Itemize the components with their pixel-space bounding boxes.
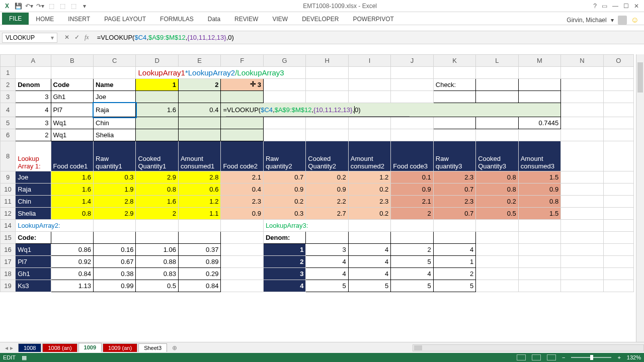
horizontal-scrollbar[interactable]	[413, 344, 644, 351]
tab-view[interactable]: VIEW	[265, 14, 295, 25]
column-headers[interactable]: ABC DEF GHI JKL MNO	[1, 55, 634, 67]
name-box-value: VLOOKUP	[6, 34, 35, 41]
title-bar: X 💾 ↶▾ ↷▾ ⬚ ⬚ ⬚ ▾ EMT1008-1009.xlsx - Ex…	[0, 0, 644, 12]
function-tooltip[interactable]: VLOOKUP(lookup_value, table_array, col_i…	[226, 116, 410, 117]
ribbon-collapsed-area	[0, 25, 644, 31]
tab-developer[interactable]: DEVELOPER	[295, 14, 346, 25]
qat-icon[interactable]: ⬚	[47, 2, 55, 10]
maximize-icon[interactable]: ☐	[623, 3, 629, 10]
feedback-icon[interactable]: ☺	[631, 16, 639, 25]
view-normal-icon[interactable]	[517, 354, 526, 360]
zoom-level[interactable]: 132%	[627, 354, 641, 360]
active-cell-formula[interactable]: =VLOOKUP($C4,$A$9:$M$12,{10,11,12,13},0)…	[221, 103, 561, 117]
vertical-scrollbar[interactable]	[636, 54, 644, 342]
tab-review[interactable]: REVIEW	[227, 14, 265, 25]
formula-input[interactable]: =VLOOKUP($C4,$A$9:$M$12,{10,11,12,13},0)	[94, 33, 644, 42]
tab-powerpivot[interactable]: POWERPIVOT	[346, 14, 400, 25]
tab-formulas[interactable]: FORMULAS	[153, 14, 201, 25]
macro-record-icon[interactable]: ▦	[22, 354, 27, 361]
name-box[interactable]: VLOOKUP▾	[2, 33, 57, 43]
tab-file[interactable]: FILE	[2, 13, 29, 25]
sheet-tab[interactable]: Sheet3	[138, 343, 167, 352]
undo-icon[interactable]: ↶▾	[25, 2, 33, 10]
status-bar: EDIT ▦ − + 132%	[0, 353, 644, 362]
sheet-tab[interactable]: 1008 (an)	[42, 343, 77, 352]
spreadsheet-grid[interactable]: ABC DEF GHI JKL MNO 1 LookupArray1*Looku…	[0, 54, 644, 342]
avatar[interactable]	[618, 16, 627, 25]
quick-access-toolbar: X 💾 ↶▾ ↷▾ ⬚ ⬚ ⬚ ▾	[0, 2, 92, 10]
redo-icon[interactable]: ↷▾	[36, 2, 44, 10]
tab-nav-prev-icon[interactable]: ◂	[5, 344, 8, 351]
tab-data[interactable]: Data	[201, 14, 227, 25]
tab-home[interactable]: HOME	[29, 14, 61, 25]
formula-bar: VLOOKUP▾ ✕ ✓ fx =VLOOKUP($C4,$A$9:$M$12,…	[0, 31, 644, 44]
qat-icon[interactable]: ⬚	[58, 2, 66, 10]
tab-insert[interactable]: INSERT	[61, 14, 97, 25]
ribbon-tabs: FILE HOME INSERT PAGE LAYOUT FORMULAS Da…	[0, 12, 644, 25]
qat-icon[interactable]: ⬚	[69, 2, 77, 10]
close-icon[interactable]: ✕	[634, 3, 639, 10]
new-sheet-icon[interactable]: ⊕	[168, 343, 181, 352]
save-icon[interactable]: 💾	[14, 2, 22, 10]
fx-icon[interactable]: fx	[85, 34, 89, 41]
enter-icon[interactable]: ✓	[74, 34, 79, 41]
help-icon[interactable]: ?	[593, 3, 597, 10]
sheet-tabs: ◂▸ 1008 1008 (an) 1009 1009 (an) Sheet3 …	[0, 342, 644, 353]
ribbon-collapse-icon[interactable]: ▭	[602, 3, 607, 10]
view-pagelayout-icon[interactable]	[532, 354, 541, 360]
tab-pagelayout[interactable]: PAGE LAYOUT	[97, 14, 153, 25]
sheet-tab[interactable]: 1009 (an)	[103, 343, 137, 352]
zoom-slider[interactable]	[571, 357, 611, 358]
cell-cursor-icon: ✢	[250, 80, 256, 88]
sheet-tab-active[interactable]: 1009	[78, 343, 102, 352]
zoom-in-icon[interactable]: +	[617, 354, 620, 360]
window-controls: ? ▭ — ☐ ✕	[588, 3, 644, 10]
zoom-out-icon[interactable]: −	[562, 354, 565, 360]
qat-dropdown-icon[interactable]: ▾	[80, 2, 89, 10]
select-all-corner[interactable]	[1, 55, 16, 67]
excel-icon: X	[3, 2, 11, 10]
sheet-tab[interactable]: 1008	[18, 343, 41, 352]
window-title: EMT1008-1009.xlsx - Excel	[92, 3, 588, 10]
status-mode: EDIT	[3, 354, 16, 360]
tab-nav-next-icon[interactable]: ▸	[10, 344, 13, 351]
view-pagebreak-icon[interactable]	[547, 354, 556, 360]
minimize-icon[interactable]: —	[612, 3, 618, 10]
user-name[interactable]: Girvin, Michael	[567, 17, 606, 24]
cancel-icon[interactable]: ✕	[64, 34, 69, 41]
